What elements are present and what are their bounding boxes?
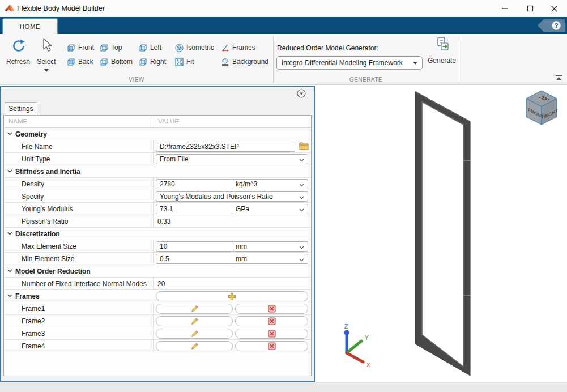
tab-settings[interactable]: Settings [5,102,37,115]
value-cell [154,340,311,352]
file-name-input[interactable]: D:\frameZ325x82x3.STEP [156,142,295,152]
view-right-button[interactable]: Right [139,56,166,67]
fit-icon [175,58,184,66]
cube-left-icon [139,44,147,52]
edit-frame-button[interactable] [156,316,233,326]
section-label: Frames [15,290,40,302]
delete-frame-button[interactable] [235,316,308,326]
section-label: Discretization [15,228,60,240]
view-front-button[interactable]: Front [67,42,94,53]
value-cell [154,165,311,178]
minimize-button[interactable] [496,2,513,15]
view-button-label: Back [78,58,93,66]
folder-icon[interactable] [299,142,309,150]
unit-dropdown[interactable]: mm [232,254,308,264]
value-cell [154,228,311,240]
view-background-button[interactable]: Background [221,56,268,67]
property-row-specify: SpecifyYoung's Modulus and Poisson's Rat… [4,190,311,203]
value-cell [154,128,311,140]
svg-text:Z: Z [344,324,348,330]
axes-triad: Z Y X [332,324,377,369]
cube-bottom-icon [100,58,108,66]
property-label: Frame2 [4,315,154,327]
value-text: 20 [157,280,165,288]
value-cell: 73.1GPa [154,203,311,215]
property-row-frame3: Frame3 [4,327,311,340]
cube-top-icon [100,44,108,52]
property-label: Poisson's Ratio [4,215,154,228]
view-button-label: Top [111,44,122,52]
section-collapse-icon[interactable] [7,294,12,297]
value-cell: 20 [154,278,311,290]
view-isometric-button[interactable]: Isometric [175,42,214,53]
maximize-button[interactable] [522,2,539,15]
unit-dropdown[interactable]: GPa [232,204,308,214]
value-cell: Young's Modulus and Poisson's Ratio [154,190,311,203]
chevron-down-icon [299,159,304,162]
edit-frame-button[interactable] [156,341,233,351]
delete-frame-button[interactable] [235,329,308,339]
close-button[interactable] [545,2,562,15]
section-label: Model Order Reduction [15,265,91,278]
help-button[interactable]: ? [538,19,565,32]
property-row-frame4: Frame4 [4,340,311,352]
section-row-discretization: Discretization [4,228,311,240]
value-cell: 0.5mm [154,253,311,265]
section-row-frames: Frames [4,290,311,302]
view-button-label: Right [150,58,166,66]
chevron-down-icon [299,208,304,212]
dropdown-field[interactable]: Young's Modulus and Poisson's Ratio [156,191,308,202]
edit-frame-button[interactable] [156,329,233,339]
collapse-toolstrip-icon[interactable] [555,75,562,80]
settings-panel: Settings NAME VALUE GeometryFile NameD:\… [0,86,315,382]
dropdown-field[interactable]: From File [156,154,308,164]
delete-frame-button[interactable] [235,304,308,314]
panel-collapse-icon[interactable] [297,89,306,98]
section-label-generate: GENERATE [273,76,459,84]
value-input[interactable]: 0.5 [156,254,232,264]
section-collapse-icon[interactable] [7,269,12,272]
value-cell [154,327,311,340]
view-button-label: Background [232,58,268,66]
unit-dropdown[interactable]: mm [232,241,308,252]
value-input[interactable]: 10 [156,241,232,252]
value-input[interactable]: 2780 [156,179,232,189]
view-top-button[interactable]: Top [100,42,122,53]
edit-frame-button[interactable] [156,304,233,314]
property-label: Frame3 [4,327,154,340]
section-separator [459,37,459,83]
window-title: Flexible Body Model Builder [17,5,105,12]
cube-back-icon [67,58,75,66]
section-label: Geometry [15,128,47,140]
matlab-logo-icon [5,4,14,13]
section-collapse-icon[interactable] [7,132,12,135]
ribbon-tab-bar: HOME ? [0,17,567,34]
value-cell [154,315,311,327]
section-collapse-icon[interactable] [7,169,12,173]
add-frame-button[interactable] [156,291,308,301]
property-label: Min Element Size [4,253,154,265]
title-bar: Flexible Body Model Builder [0,0,567,17]
rom-generator-dropdown[interactable]: Integro-Differential Modeling Framework [276,56,423,70]
view-frames-button[interactable]: Frames [221,42,255,53]
view-cube[interactable]: TOP FRONT RIGHT [523,90,560,127]
chevron-down-icon [299,246,304,249]
viewport-3d[interactable]: TOP FRONT RIGHT Z Y X [315,86,567,382]
status-bar [0,382,567,392]
view-left-button[interactable]: Left [139,42,161,53]
delete-frame-button[interactable] [235,341,308,351]
section-collapse-icon[interactable] [7,232,12,235]
property-table: NAME VALUE GeometryFile NameD:\frameZ325… [3,115,312,376]
property-row-frame2: Frame2 [4,315,311,327]
property-label: Specify [4,190,154,203]
view-button-label: Front [78,44,94,52]
view-bottom-button[interactable]: Bottom [100,56,133,67]
value-cell [154,265,311,278]
value-cell: From File [154,153,311,165]
unit-dropdown[interactable]: kg/m^3 [232,179,308,189]
value-input[interactable]: 73.1 [156,204,232,214]
property-row-frame1: Frame1 [4,302,311,315]
view-fit-button[interactable]: Fit [175,56,194,67]
view-back-button[interactable]: Back [67,56,93,67]
tab-home[interactable]: HOME [2,18,58,34]
